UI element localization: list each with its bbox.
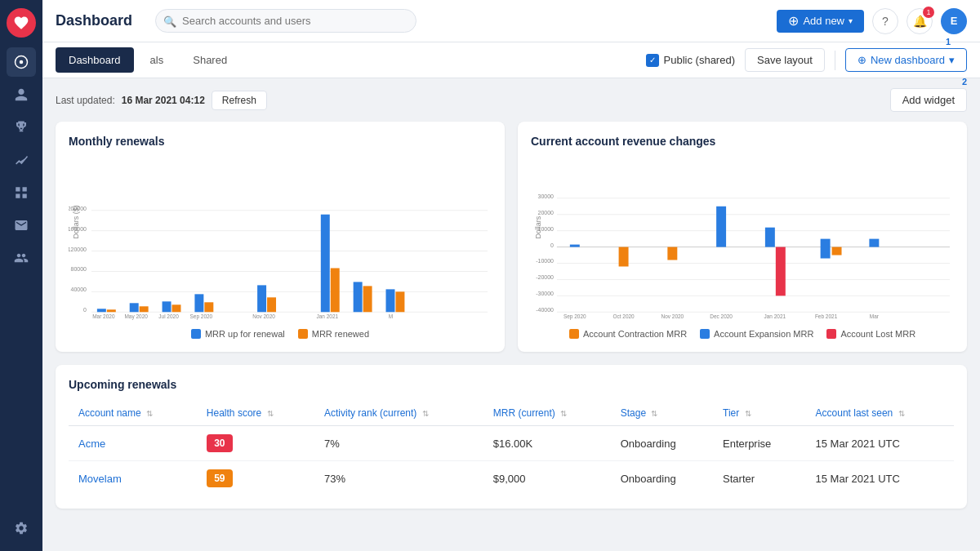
grid-icon: [14, 185, 29, 200]
sort-icon-stage: ⇅: [651, 409, 657, 418]
svg-text:Jan 2021: Jan 2021: [764, 313, 786, 319]
col-health-score[interactable]: Health score ⇅: [197, 401, 314, 426]
svg-rect-34: [331, 268, 340, 312]
svg-rect-70: [821, 239, 831, 259]
legend-dot-orange-2: [569, 329, 579, 339]
public-shared-toggle[interactable]: ✓ Public (shared): [646, 54, 735, 67]
legend-label-renewed: MRR renewed: [312, 329, 369, 339]
svg-rect-31: [267, 297, 276, 312]
monthly-renewals-title: Monthly renewals: [69, 135, 492, 148]
last-updated-prefix: Last updated:: [56, 95, 115, 106]
sidebar-item-teams[interactable]: [7, 243, 36, 273]
new-dashboard-label: New dashboard: [871, 54, 945, 66]
monthly-renewals-legend: MRR up for renewal MRR renewed: [69, 329, 492, 339]
page-title: Dashboard: [56, 12, 132, 29]
svg-rect-2: [16, 187, 20, 191]
add-widget-button[interactable]: Add widget: [890, 88, 967, 112]
question-icon: ?: [882, 15, 889, 28]
public-shared-label: Public (shared): [664, 54, 735, 66]
last-updated-value: 16 Mar 2021 04:12: [122, 95, 205, 106]
sidebar-item-cockpit[interactable]: [7, 178, 36, 207]
legend-dot-red: [826, 329, 836, 339]
last-updated-info: Last updated: 16 Mar 2021 04:12 Refresh: [56, 91, 267, 110]
legend-mrr-renewed: MRR renewed: [298, 329, 369, 339]
table-row: Movelam 59 73% $9,000 Onboarding Starter…: [69, 461, 954, 496]
revenue-changes-legend: Account Contraction MRR Account Expansio…: [531, 329, 954, 339]
col-tier[interactable]: Tier ⇅: [713, 401, 805, 426]
revenue-changes-card: Current account revenue changes Dollars …: [518, 122, 967, 352]
svg-rect-22: [140, 306, 149, 312]
svg-text:80000: 80000: [71, 266, 87, 272]
sort-icon-account: ⇅: [146, 409, 153, 418]
chart-line-icon: [14, 153, 29, 167]
refresh-button[interactable]: Refresh: [212, 91, 267, 110]
search-container: 🔍: [155, 9, 416, 33]
svg-rect-63: [667, 247, 677, 260]
plus-icon: ⊕: [788, 15, 799, 28]
chevron-down-icon: ▾: [849, 16, 853, 25]
svg-text:Sep 2020: Sep 2020: [564, 313, 586, 320]
save-layout-button[interactable]: Save layout: [745, 48, 825, 72]
svg-rect-65: [716, 207, 726, 247]
sidebar-item-dashboard[interactable]: [7, 47, 36, 77]
sidebar-item-analytics[interactable]: [7, 145, 36, 175]
svg-text:-10000: -10000: [536, 258, 554, 264]
legend-dot-blue: [191, 329, 201, 339]
sidebar-item-contacts[interactable]: [7, 80, 36, 109]
cell-activity-rank: 73%: [314, 461, 483, 496]
sort-icon-activity: ⇅: [422, 409, 429, 418]
col-activity-rank[interactable]: Activity rank (current) ⇅: [314, 401, 483, 426]
col-stage[interactable]: Stage ⇅: [611, 401, 713, 426]
col-mrr[interactable]: MRR (current) ⇅: [483, 401, 611, 426]
main-content: Dashboard 🔍 ⊕ Add new ▾ ? 🔔 1 E: [42, 0, 980, 551]
new-dashboard-button[interactable]: ⊕ New dashboard ▾: [845, 48, 967, 72]
cell-last-seen: 15 Mar 2021 UTC: [806, 426, 954, 461]
svg-text:0: 0: [550, 242, 554, 248]
svg-text:Nov 2020: Nov 2020: [252, 313, 275, 319]
notifications-button[interactable]: 🔔 1: [906, 8, 933, 34]
tab-als[interactable]: als: [137, 47, 177, 73]
svg-rect-5: [23, 194, 27, 198]
sort-icon-mrr: ⇅: [560, 409, 567, 418]
table-row: Acme 30 7% $16.00K Onboarding Enterprise…: [69, 426, 954, 461]
help-button[interactable]: ?: [872, 8, 898, 34]
user-avatar[interactable]: E: [941, 8, 967, 34]
topbar-actions: ⊕ Add new ▾ ? 🔔 1 E: [777, 8, 967, 34]
svg-rect-33: [321, 215, 330, 313]
person-icon: [14, 87, 29, 102]
add-new-button[interactable]: ⊕ Add new ▾: [777, 10, 864, 33]
divider: [835, 51, 835, 70]
svg-text:Feb 2021: Feb 2021: [815, 313, 838, 319]
svg-rect-28: [204, 302, 213, 312]
search-input[interactable]: [155, 9, 416, 33]
legend-label-contraction: Account Contraction MRR: [583, 329, 687, 339]
col-last-seen[interactable]: Account last seen ⇅: [806, 401, 954, 426]
dashboard-icon: [14, 55, 29, 69]
nav-tabs-right: ✓ Public (shared) Save layout ⊕ New dash…: [646, 48, 967, 72]
revenue-changes-title: Current account revenue changes: [531, 135, 954, 148]
svg-text:-20000: -20000: [536, 274, 554, 280]
cell-last-seen: 15 Mar 2021 UTC: [806, 461, 954, 496]
account-link[interactable]: Movelam: [78, 473, 122, 485]
tab-dashboard[interactable]: Dashboard: [56, 47, 134, 73]
svg-point-1: [20, 60, 24, 64]
sidebar-item-settings[interactable]: [7, 513, 36, 543]
svg-rect-4: [16, 194, 20, 198]
svg-rect-59: [570, 245, 580, 247]
cell-health-score: 59: [197, 461, 314, 496]
health-badge: 30: [207, 434, 233, 452]
tab-shared[interactable]: Shared: [180, 47, 240, 73]
svg-text:20000: 20000: [538, 210, 555, 216]
sidebar-item-email[interactable]: [7, 211, 36, 240]
cell-stage: Onboarding: [611, 461, 713, 496]
app-logo[interactable]: [7, 8, 36, 38]
col-account-name[interactable]: Account name ⇅: [69, 401, 197, 426]
cell-mrr: $16.00K: [483, 426, 611, 461]
legend-lost: Account Lost MRR: [826, 329, 915, 339]
legend-label-renewal: MRR up for renewal: [205, 329, 285, 339]
svg-rect-24: [163, 301, 172, 312]
sidebar-item-success[interactable]: [7, 113, 36, 142]
svg-rect-18: [97, 309, 106, 312]
account-link[interactable]: Acme: [78, 438, 105, 450]
svg-rect-19: [107, 309, 116, 312]
